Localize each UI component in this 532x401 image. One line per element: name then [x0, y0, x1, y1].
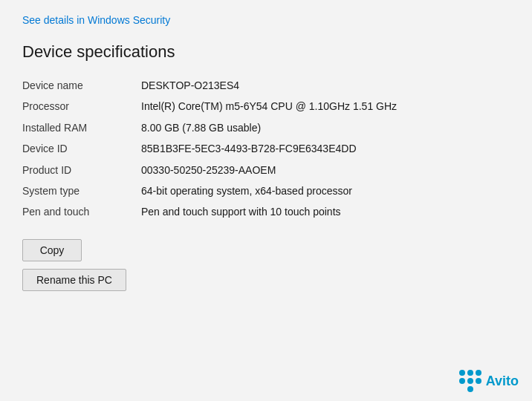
page-container: See details in Windows Security Device s…: [0, 0, 532, 401]
dot-6: [476, 378, 481, 384]
dot-2: [467, 370, 473, 376]
spec-table: Device nameDESKTOP-O213ES4ProcessorIntel…: [22, 75, 510, 223]
dot-7: [459, 386, 465, 392]
spec-label: Device name: [22, 75, 141, 96]
dot-4: [459, 378, 465, 384]
avito-label: Avito: [486, 374, 519, 389]
section-title: Device specifications: [22, 42, 510, 62]
spec-value: DESKTOP-O213ES4: [141, 75, 510, 96]
dot-8: [467, 386, 473, 392]
table-row: ProcessorIntel(R) Core(TM) m5-6Y54 CPU @…: [22, 96, 510, 117]
spec-label: Installed RAM: [22, 117, 141, 138]
spec-label: Product ID: [22, 160, 141, 180]
table-row: System type64-bit operating system, x64-…: [22, 180, 510, 201]
table-row: Device ID85B1B3FE-5EC3-4493-B728-FC9E634…: [22, 138, 510, 159]
spec-value: 00330-50250-25239-AAOEM: [141, 160, 510, 180]
rename-pc-button[interactable]: Rename this PC: [22, 269, 126, 291]
spec-label: Processor: [22, 96, 141, 117]
dot-1: [459, 370, 465, 376]
spec-value: 8.00 GB (7.88 GB usable): [141, 117, 510, 138]
windows-security-link[interactable]: See details in Windows Security: [22, 14, 170, 26]
dot-5: [467, 378, 473, 384]
spec-value: Pen and touch support with 10 touch poin…: [141, 201, 510, 222]
table-row: Device nameDESKTOP-O213ES4: [22, 75, 510, 96]
table-row: Pen and touchPen and touch support with …: [22, 201, 510, 222]
spec-label: Pen and touch: [22, 201, 141, 222]
spec-label: System type: [22, 180, 141, 201]
buttons-row: Copy Rename this PC: [22, 239, 510, 291]
dot-3: [476, 370, 481, 376]
dot-9: [476, 386, 481, 392]
copy-button[interactable]: Copy: [22, 239, 82, 261]
spec-value: 64-bit operating system, x64-based proce…: [141, 180, 510, 201]
avito-watermark: Avito: [459, 370, 519, 392]
spec-value: Intel(R) Core(TM) m5-6Y54 CPU @ 1.10GHz …: [141, 96, 510, 117]
avito-dots-icon: [459, 370, 481, 392]
spec-value: 85B1B3FE-5EC3-4493-B728-FC9E6343E4DD: [141, 138, 510, 159]
table-row: Installed RAM8.00 GB (7.88 GB usable): [22, 117, 510, 138]
table-row: Product ID00330-50250-25239-AAOEM: [22, 160, 510, 180]
spec-label: Device ID: [22, 138, 141, 159]
